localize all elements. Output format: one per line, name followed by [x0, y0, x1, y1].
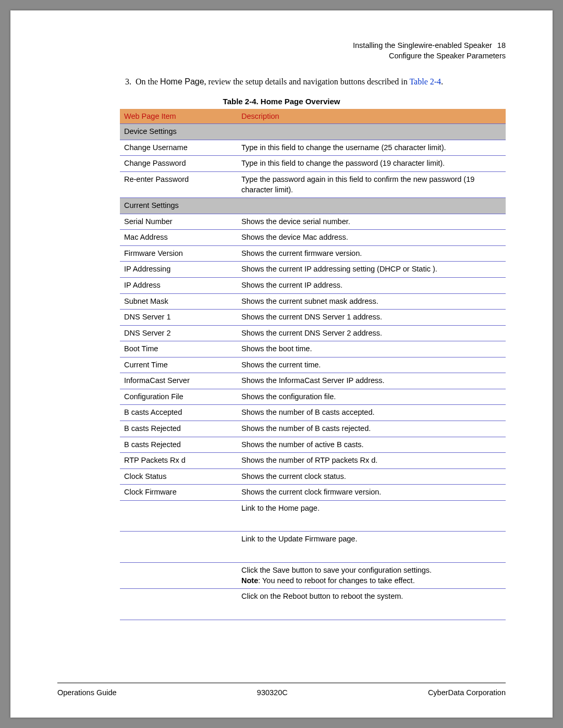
header-line2: Configure the Speaker Parameters — [57, 51, 506, 61]
description-cell: Shows the current subnet mask address. — [237, 293, 506, 310]
intro-text-2: , review the setup details and navigatio… — [204, 77, 410, 86]
description-cell: Shows the number of RTP packets Rx d. — [237, 453, 506, 469]
description-cell: Shows the current IP addressing setting … — [237, 262, 506, 278]
table-row: Link to the Home page. — [120, 500, 506, 532]
table-row: Click on the Reboot button to reboot the… — [120, 589, 506, 620]
table-row: Configuration FileShows the configuratio… — [120, 389, 506, 405]
item-cell — [120, 589, 237, 620]
item-cell: Mac Address — [120, 230, 237, 246]
description-cell: Shows the current IP address. — [237, 277, 506, 293]
item-cell — [120, 562, 237, 588]
description-cell: Shows the current clock firmware version… — [237, 485, 506, 501]
step-number: 3. — [125, 77, 131, 86]
intro-period: . — [441, 77, 443, 86]
description-cell: Shows the current time. — [237, 357, 506, 373]
description-cell: Shows the InformaCast Server IP address. — [237, 373, 506, 389]
table-row: Mac AddressShows the device Mac address. — [120, 230, 506, 246]
table-header-row: Web Page Item Description — [120, 109, 506, 124]
table-row: Serial NumberShows the device serial num… — [120, 214, 506, 230]
column-header-description: Description — [237, 109, 506, 124]
note-text: : You need to reboot for changes to take… — [258, 576, 414, 585]
description-cell: Click on the Reboot button to reboot the… — [237, 589, 506, 620]
item-cell: IP Address — [120, 277, 237, 293]
table-row: B casts RejectedShows the number of B ca… — [120, 421, 506, 437]
item-cell: DNS Server 2 — [120, 325, 237, 341]
table-row: Boot TimeShows the boot time. — [120, 341, 506, 357]
description-cell: Shows the device Mac address. — [237, 230, 506, 246]
table-row: B casts AcceptedShows the number of B ca… — [120, 405, 506, 421]
section-row: Device Settings — [120, 124, 506, 140]
overview-table: Web Page Item Description Device Setting… — [120, 109, 506, 620]
table-row: Subnet MaskShows the current subnet mask… — [120, 293, 506, 310]
item-cell: Clock Status — [120, 468, 237, 485]
item-cell: Configuration File — [120, 389, 237, 405]
table-row: Change PasswordType in this field to cha… — [120, 156, 506, 172]
footer-right: CyberData Corporation — [428, 688, 506, 697]
description-cell: Type the password again in this field to… — [237, 172, 506, 198]
item-cell: Serial Number — [120, 214, 237, 230]
table-row: InformaCast ServerShows the InformaCast … — [120, 373, 506, 389]
column-header-item: Web Page Item — [120, 109, 237, 124]
intro-bold: Home Page — [160, 77, 204, 86]
table-row: Clock StatusShows the current clock stat… — [120, 468, 506, 485]
description-cell: Type in this field to change the passwor… — [237, 156, 506, 172]
table-row: B casts RejectedShows the number of acti… — [120, 437, 506, 453]
table-row: DNS Server 1Shows the current DNS Server… — [120, 310, 506, 326]
table-row: IP AddressingShows the current IP addres… — [120, 262, 506, 278]
item-cell — [120, 500, 237, 532]
item-cell: Clock Firmware — [120, 485, 237, 501]
item-cell: Change Username — [120, 140, 237, 156]
item-cell: B casts Accepted — [120, 405, 237, 421]
description-cell: Shows the number of B casts accepted. — [237, 405, 506, 421]
table-row: IP AddressShows the current IP address. — [120, 277, 506, 293]
table-reference-link[interactable]: Table 2-4 — [409, 77, 441, 86]
description-cell: Type in this field to change the usernam… — [237, 140, 506, 156]
table-row: DNS Server 2Shows the current DNS Server… — [120, 325, 506, 341]
table-row: Firmware VersionShows the current firmwa… — [120, 245, 506, 262]
item-cell: DNS Server 1 — [120, 310, 237, 326]
table-row: Click the Save button to save your confi… — [120, 562, 506, 588]
table-row: Change UsernameType in this field to cha… — [120, 140, 506, 156]
note-line: Note: You need to reboot for changes to … — [241, 576, 501, 586]
table-row: Clock FirmwareShows the current clock fi… — [120, 485, 506, 501]
description-cell: Shows the current DNS Server 1 address. — [237, 310, 506, 326]
description-cell: Shows the current clock status. — [237, 468, 506, 485]
item-cell — [120, 532, 237, 563]
page-number: 18 — [497, 41, 506, 50]
table-caption: Table 2-4. Home Page Overview — [57, 97, 506, 106]
item-cell: Subnet Mask — [120, 293, 237, 310]
item-cell: Boot Time — [120, 341, 237, 357]
item-cell: B casts Rejected — [120, 437, 237, 453]
table-row: RTP Packets Rx dShows the number of RTP … — [120, 453, 506, 469]
table-row: Link to the Update Firmware page. — [120, 532, 506, 563]
item-cell: Change Password — [120, 156, 237, 172]
section-title: Current Settings — [120, 198, 506, 214]
description-cell: Link to the Update Firmware page. — [237, 532, 506, 563]
header-line1: Installing the Singlewire-enabled Speake… — [353, 41, 492, 50]
page-header: Installing the Singlewire-enabled Speake… — [57, 41, 506, 61]
description-cell: Shows the boot time. — [237, 341, 506, 357]
description-cell: Link to the Home page. — [237, 500, 506, 532]
intro-text-1: On the — [136, 77, 160, 86]
description-line: Click the Save button to save your confi… — [241, 565, 501, 576]
description-cell: Shows the device serial number. — [237, 214, 506, 230]
footer-left: Operations Guide — [57, 688, 117, 697]
description-cell: Click the Save button to save your confi… — [237, 562, 506, 588]
item-cell: Current Time — [120, 357, 237, 373]
item-cell: RTP Packets Rx d — [120, 453, 237, 469]
description-cell: Shows the configuration file. — [237, 389, 506, 405]
item-cell: B casts Rejected — [120, 421, 237, 437]
description-cell: Shows the number of active B casts. — [237, 437, 506, 453]
page: Installing the Singlewire-enabled Speake… — [10, 10, 553, 718]
item-cell: Firmware Version — [120, 245, 237, 262]
note-label: Note — [241, 576, 258, 585]
item-cell: Re-enter Password — [120, 172, 237, 198]
intro-paragraph: 3. On the Home Page, review the setup de… — [125, 76, 506, 88]
description-cell: Shows the current firmware version. — [237, 245, 506, 262]
item-cell: IP Addressing — [120, 262, 237, 278]
section-title: Device Settings — [120, 124, 506, 140]
description-cell: Shows the current DNS Server 2 address. — [237, 325, 506, 341]
section-row: Current Settings — [120, 198, 506, 214]
table-row: Re-enter PasswordType the password again… — [120, 172, 506, 198]
description-cell: Shows the number of B casts rejected. — [237, 421, 506, 437]
